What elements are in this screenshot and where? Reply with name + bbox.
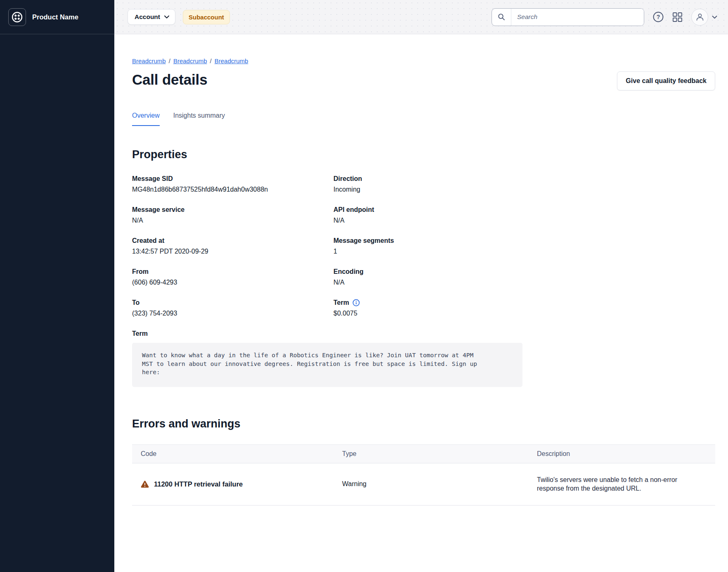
title-row: Call details Give call quality feedback	[132, 71, 715, 90]
topbar-right: ?	[492, 8, 717, 26]
search-box	[492, 8, 644, 26]
field-label: To	[132, 299, 139, 306]
column-header-code: Code	[132, 444, 333, 463]
app-root: Product Name Account Subaccount	[0, 0, 728, 572]
field-value: $0.0075	[333, 310, 715, 317]
twilio-logo-icon	[12, 12, 23, 23]
table-row: 11200 HTTP retrieval failure Warning Twi…	[132, 463, 715, 505]
error-description-cell: Twilio's servers were unable to fetch a …	[537, 475, 694, 493]
field-value: 1	[333, 248, 715, 255]
chevron-down-icon	[164, 15, 169, 19]
term-body-label: Term	[132, 330, 715, 337]
svg-text:?: ?	[657, 14, 660, 20]
topbar-left: Account Subaccount	[128, 9, 230, 25]
account-menu-button[interactable]: Account	[128, 9, 175, 25]
apps-grid-button[interactable]	[672, 12, 683, 22]
field-value: N/A	[333, 217, 715, 224]
user-menu-chevron-icon	[712, 15, 717, 19]
field-label: Message segments	[333, 237, 394, 244]
column-header-description: Description	[528, 444, 715, 463]
tab-overview[interactable]: Overview	[132, 112, 160, 126]
field-label: Created at	[132, 237, 164, 244]
help-icon: ?	[653, 12, 664, 22]
field-value: 13:42:57 PDT 2020-09-29	[132, 248, 333, 255]
field-label: Message SID	[132, 175, 173, 183]
breadcrumb: Breadcrumb/Breadcrumb/Breadcrumb	[132, 57, 715, 64]
product-name: Product Name	[32, 13, 78, 21]
subaccount-badge[interactable]: Subaccount	[183, 10, 230, 24]
field-term: Term $0.0075	[333, 299, 715, 317]
field-label: API endpoint	[333, 206, 374, 214]
sidebar-header: Product Name	[0, 0, 114, 34]
field-message-service: Message service N/A	[132, 206, 333, 224]
tab-insights-summary[interactable]: Insights summary	[173, 112, 225, 126]
user-menu-button[interactable]	[691, 9, 717, 26]
field-to: To (323) 754-2093	[132, 299, 333, 317]
field-value: (606) 609-4293	[132, 279, 333, 286]
errors-table: Code Type Description	[132, 444, 715, 506]
field-value: Incoming	[333, 186, 715, 193]
error-code-text: 11200 HTTP retrieval failure	[154, 480, 243, 488]
account-menu-label: Account	[135, 13, 160, 21]
field-from: From (606) 609-4293	[132, 268, 333, 286]
error-code-cell: 11200 HTTP retrieval failure	[141, 480, 333, 488]
breadcrumb-link-2[interactable]: Breadcrumb	[173, 57, 207, 64]
content: Breadcrumb/Breadcrumb/Breadcrumb Call de…	[114, 34, 728, 572]
column-header-type: Type	[333, 444, 528, 463]
field-value: N/A	[333, 279, 715, 286]
avatar	[691, 9, 708, 26]
help-button[interactable]: ?	[653, 12, 664, 22]
breadcrumb-link-3[interactable]: Breadcrumb	[215, 57, 248, 64]
term-body-block: Want to know what a day in the life of a…	[132, 343, 522, 387]
errors-and-warnings-heading: Errors and warnings	[132, 418, 715, 430]
field-label: Term	[333, 299, 349, 306]
field-label: Message service	[132, 206, 184, 214]
product-logo-button[interactable]	[8, 8, 26, 26]
search-input[interactable]	[511, 9, 644, 26]
field-label: Direction	[333, 175, 362, 183]
page-title: Call details	[132, 71, 207, 88]
topbar: Account Subaccount	[114, 0, 728, 34]
field-value: MG48n1d86b68737525hfd84w91dah0w3088n	[132, 186, 333, 193]
term-body-text: Want to know what a day in the life of a…	[142, 351, 481, 377]
breadcrumb-separator: /	[169, 57, 170, 64]
breadcrumb-link-1[interactable]: Breadcrumb	[132, 57, 166, 64]
search-icon	[492, 9, 511, 26]
sidebar: Product Name	[0, 0, 114, 572]
field-created-at: Created at 13:42:57 PDT 2020-09-29	[132, 237, 333, 255]
info-icon[interactable]	[352, 299, 360, 306]
warning-icon	[141, 480, 149, 488]
field-direction: Direction Incoming	[333, 175, 715, 193]
field-label: Encoding	[333, 268, 364, 275]
properties-grid: Message SID MG48n1d86b68737525hfd84w91da…	[132, 175, 715, 317]
errors-table-header-row: Code Type Description	[132, 444, 715, 463]
field-label: From	[132, 268, 149, 275]
field-message-segments: Message segments 1	[333, 237, 715, 255]
field-encoding: Encoding N/A	[333, 268, 715, 286]
breadcrumb-separator: /	[210, 57, 212, 64]
apps-grid-icon	[672, 12, 683, 22]
field-api-endpoint: API endpoint N/A	[333, 206, 715, 224]
field-value: (323) 754-2093	[132, 310, 333, 317]
field-message-sid: Message SID MG48n1d86b68737525hfd84w91da…	[132, 175, 333, 193]
give-call-quality-feedback-button[interactable]: Give call quality feedback	[617, 71, 715, 90]
error-type-cell: Warning	[333, 463, 528, 505]
field-value: N/A	[132, 217, 333, 224]
tabs: Overview Insights summary	[132, 112, 715, 126]
properties-heading: Properties	[132, 148, 715, 161]
